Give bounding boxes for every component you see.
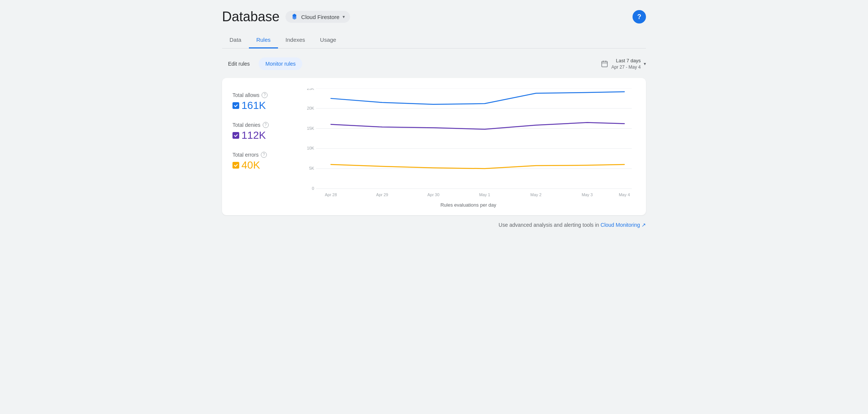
svg-text:10K: 10K xyxy=(307,146,314,150)
monitor-rules-button[interactable]: Monitor rules xyxy=(259,57,302,70)
date-range-picker[interactable]: Last 7 days Apr 27 - May 4 ▾ xyxy=(601,57,646,70)
date-range-sublabel: Apr 27 - May 4 xyxy=(611,64,641,70)
nav-tabs: Data Rules Indexes Usage xyxy=(222,32,646,48)
svg-text:May 2: May 2 xyxy=(530,192,541,197)
allows-label: Total allows xyxy=(232,92,259,98)
svg-text:25K: 25K xyxy=(307,88,314,91)
toolbar: Edit rules Monitor rules Last 7 days Apr… xyxy=(222,57,646,70)
svg-text:Apr 30: Apr 30 xyxy=(427,192,439,197)
chart-card: Total allows ? 161K xyxy=(222,78,646,215)
errors-value: 40K xyxy=(241,159,260,171)
chevron-down-icon: ▾ xyxy=(343,14,345,19)
calendar-icon xyxy=(601,60,608,68)
legend-denies: Total denies ? 112K xyxy=(232,122,292,141)
firestore-icon xyxy=(291,13,298,21)
denies-value: 112K xyxy=(241,129,266,141)
bottom-note: Use advanced analysis and alerting tools… xyxy=(222,222,646,228)
svg-text:May 1: May 1 xyxy=(479,192,490,197)
denies-checkbox[interactable] xyxy=(232,132,239,139)
allows-value: 161K xyxy=(241,100,266,112)
cloud-monitoring-link[interactable]: Cloud Monitoring ↗ xyxy=(600,222,646,228)
service-name: Cloud Firestore xyxy=(301,14,340,20)
date-range-label: Last 7 days xyxy=(611,57,641,64)
chart-area: 0 5K 10K 15K 20K xyxy=(301,88,636,208)
denies-help-icon[interactable]: ? xyxy=(263,122,269,128)
errors-help-icon[interactable]: ? xyxy=(261,152,267,158)
svg-text:0: 0 xyxy=(312,186,314,191)
svg-text:Apr 28: Apr 28 xyxy=(325,192,337,197)
svg-text:20K: 20K xyxy=(307,106,314,110)
svg-text:15K: 15K xyxy=(307,126,314,130)
allows-checkbox[interactable] xyxy=(232,102,239,109)
edit-rules-button[interactable]: Edit rules xyxy=(222,57,256,70)
page-title: Database xyxy=(222,9,280,25)
legend-allows: Total allows ? 161K xyxy=(232,92,292,112)
tab-usage[interactable]: Usage xyxy=(313,32,344,48)
svg-text:May 4: May 4 xyxy=(619,192,630,197)
errors-checkbox[interactable] xyxy=(232,162,239,169)
date-chevron-icon: ▾ xyxy=(644,61,646,66)
tab-data[interactable]: Data xyxy=(222,32,249,48)
svg-text:Apr 29: Apr 29 xyxy=(376,192,388,197)
svg-text:5K: 5K xyxy=(309,166,314,170)
legend-panel: Total allows ? 161K xyxy=(232,88,292,208)
help-button[interactable]: ? xyxy=(633,10,646,23)
svg-rect-0 xyxy=(602,62,608,67)
chart-x-label: Rules evaluations per day xyxy=(301,202,636,208)
external-link-icon: ↗ xyxy=(641,222,646,228)
denies-label: Total denies xyxy=(232,122,260,128)
allows-help-icon[interactable]: ? xyxy=(262,92,268,98)
errors-label: Total errors xyxy=(232,152,259,158)
tab-rules[interactable]: Rules xyxy=(249,32,278,48)
service-selector[interactable]: Cloud Firestore ▾ xyxy=(285,11,350,23)
legend-errors: Total errors ? 40K xyxy=(232,152,292,171)
bottom-note-text: Use advanced analysis and alerting tools… xyxy=(499,222,600,228)
tab-indexes[interactable]: Indexes xyxy=(278,32,313,48)
svg-text:May 3: May 3 xyxy=(582,192,593,197)
